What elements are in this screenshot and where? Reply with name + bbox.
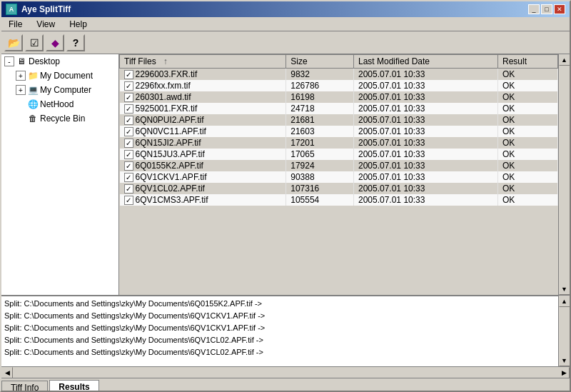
- log-scrollbar[interactable]: ▲ ▼: [558, 296, 570, 366]
- cell-size-5: 21603: [286, 126, 354, 137]
- cell-filename-11: 6QV1CMS3.APF.tif: [136, 195, 208, 205]
- split-btn[interactable]: ◆: [46, 34, 64, 51]
- cell-name-11: ✓ 6QV1CMS3.APF.tif: [120, 194, 286, 206]
- log-panel: Split: C:\Documents and Settings\zky\My …: [1, 296, 558, 367]
- row-checkbox-1[interactable]: ✓: [124, 81, 133, 91]
- table-row: ✓ 6QV1CKV1.APF.tif 90388 2005.07.01 10:3…: [120, 171, 558, 183]
- tree-label-nethood: NetHood: [40, 99, 74, 109]
- cell-modified-8: 2005.07.01 10:33: [353, 160, 497, 171]
- col-header-modified[interactable]: Last Modified Date: [353, 55, 497, 69]
- cell-filename-8: 6Q0155K2.APF.tif: [136, 161, 203, 171]
- cell-filename-7: 6QN15JU3.APF.tif: [136, 149, 205, 159]
- row-checkbox-2[interactable]: ✓: [124, 93, 133, 102]
- cell-result-10: OK: [497, 183, 557, 194]
- row-checkbox-4[interactable]: ✓: [124, 116, 133, 125]
- cell-size-6: 17201: [286, 137, 354, 149]
- cell-result-7: OK: [497, 149, 557, 160]
- tree-item-desktop[interactable]: - 🖥 Desktop: [1, 54, 118, 69]
- tab-tiff-info[interactable]: Tiff Info: [1, 381, 48, 392]
- recycle-bin-icon: 🗑: [27, 113, 39, 124]
- expand-my-computer[interactable]: +: [16, 85, 26, 95]
- title-bar-left: A Aye SplitTiff: [6, 4, 71, 15]
- main-window: A Aye SplitTiff _ □ ✕ File View Help 📂 ☑…: [0, 0, 571, 392]
- cell-name-4: ✓ 6QN0PUI2.APF.tif: [120, 114, 286, 126]
- cell-filename-6: 6QN15JI2.APF.tif: [136, 138, 201, 148]
- log-line-3: Split: C:\Documents and Settings\zky\My …: [4, 334, 555, 346]
- close-button[interactable]: ✕: [554, 4, 565, 14]
- log-scroll-up[interactable]: ▲: [559, 296, 570, 307]
- cell-result-8: OK: [497, 160, 557, 171]
- log-hscroll-left[interactable]: ◀: [1, 367, 13, 378]
- file-table: Tiff Files ↑ Size Last Modified Date Res…: [119, 54, 558, 206]
- cell-name-9: ✓ 6QV1CKV1.APF.tif: [120, 171, 286, 183]
- log-line-1: Split: C:\Documents and Settings\zky\My …: [4, 310, 555, 322]
- row-checkbox-10[interactable]: ✓: [124, 184, 133, 194]
- cell-modified-9: 2005.07.01 10:33: [353, 171, 497, 183]
- cell-result-6: OK: [497, 137, 557, 149]
- col-header-name[interactable]: Tiff Files ↑: [120, 55, 286, 69]
- cell-modified-4: 2005.07.01 10:33: [353, 114, 497, 126]
- open-folder-btn[interactable]: 📂: [4, 34, 23, 51]
- row-checkbox-9[interactable]: ✓: [124, 173, 133, 182]
- minimize-button[interactable]: _: [528, 4, 540, 14]
- row-checkbox-5[interactable]: ✓: [124, 127, 133, 136]
- bottom-panel: Split: C:\Documents and Settings\zky\My …: [1, 295, 570, 392]
- menu-help[interactable]: Help: [65, 19, 91, 30]
- menu-view[interactable]: View: [32, 19, 59, 30]
- table-scrollbar[interactable]: ▲ ▼: [558, 54, 570, 295]
- right-panel: Tiff Files ↑ Size Last Modified Date Res…: [119, 54, 570, 295]
- log-hscroll-right[interactable]: ▶: [558, 367, 570, 378]
- row-checkbox-3[interactable]: ✓: [124, 104, 133, 114]
- cell-size-7: 17065: [286, 149, 354, 160]
- log-line-0: Split: C:\Documents and Settings\zky\My …: [4, 298, 555, 310]
- tab-results[interactable]: Results: [49, 380, 98, 392]
- expand-my-document[interactable]: +: [16, 71, 26, 81]
- cell-result-3: OK: [497, 103, 557, 114]
- log-scroll-down[interactable]: ▼: [559, 355, 570, 366]
- cell-modified-5: 2005.07.01 10:33: [353, 126, 497, 137]
- cell-filename-10: 6QV1CL02.APF.tif: [136, 184, 205, 194]
- menu-file[interactable]: File: [4, 19, 26, 30]
- tree-item-my-document[interactable]: + 📁 My Document: [13, 69, 118, 83]
- help-btn[interactable]: ?: [66, 34, 85, 51]
- row-checkbox-7[interactable]: ✓: [124, 150, 133, 159]
- scroll-up-btn[interactable]: ▲: [559, 54, 570, 66]
- log-line-2: Split: C:\Documents and Settings\zky\My …: [4, 322, 555, 334]
- tree-item-nethood[interactable]: 🌐 NetHood: [13, 97, 118, 111]
- table-row: ✓ 6QN15JI2.APF.tif 17201 2005.07.01 10:3…: [120, 137, 558, 149]
- cell-modified-6: 2005.07.01 10:33: [353, 137, 497, 149]
- tree-label-recycle-bin: Recycle Bin: [40, 114, 85, 124]
- title-bar: A Aye SplitTiff _ □ ✕: [1, 1, 570, 17]
- cell-filename-9: 6QV1CKV1.APF.tif: [136, 172, 207, 182]
- scroll-down-btn[interactable]: ▼: [559, 283, 570, 295]
- cell-name-0: ✓ 2296003.FXR.tif: [120, 69, 286, 81]
- cell-name-8: ✓ 6Q0155K2.APF.tif: [120, 160, 286, 171]
- table-row: ✓ 260301.awd.tif 16198 2005.07.01 10:33 …: [120, 91, 558, 103]
- tree-item-recycle-bin[interactable]: 🗑 Recycle Bin: [13, 111, 118, 126]
- tree-item-my-computer[interactable]: + 💻 My Computer: [13, 83, 118, 97]
- maximize-button[interactable]: □: [541, 4, 552, 14]
- cell-modified-2: 2005.07.01 10:33: [353, 91, 497, 103]
- desktop-icon: 🖥: [16, 56, 27, 67]
- check-btn[interactable]: ☑: [25, 34, 44, 51]
- cell-filename-5: 6QN0VC11.APF.tif: [136, 126, 206, 136]
- file-table-scroll[interactable]: Tiff Files ↑ Size Last Modified Date Res…: [119, 54, 558, 295]
- cell-name-2: ✓ 260301.awd.tif: [120, 91, 286, 103]
- table-row: ✓ 2296fxx.fxm.tif 126786 2005.07.01 10:3…: [120, 80, 558, 91]
- table-row: ✓ 5925001.FXR.tif 24718 2005.07.01 10:33…: [120, 103, 558, 114]
- cell-filename-4: 6QN0PUI2.APF.tif: [136, 115, 204, 125]
- cell-name-10: ✓ 6QV1CL02.APF.tif: [120, 183, 286, 194]
- tree-label-desktop: Desktop: [29, 56, 60, 66]
- col-header-result[interactable]: Result: [497, 55, 557, 69]
- toolbar: 📂 ☑ ◆ ?: [1, 31, 570, 54]
- expand-desktop[interactable]: -: [4, 56, 14, 66]
- table-area: Tiff Files ↑ Size Last Modified Date Res…: [119, 54, 570, 295]
- row-checkbox-0[interactable]: ✓: [124, 70, 133, 79]
- content-area: - 🖥 Desktop + 📁 My Document + 💻 My Compu…: [1, 54, 570, 295]
- log-area: Split: C:\Documents and Settings\zky\My …: [1, 295, 570, 366]
- col-header-size[interactable]: Size: [286, 55, 354, 69]
- cell-name-6: ✓ 6QN15JI2.APF.tif: [120, 137, 286, 149]
- row-checkbox-6[interactable]: ✓: [124, 139, 133, 148]
- row-checkbox-8[interactable]: ✓: [124, 161, 133, 171]
- row-checkbox-11[interactable]: ✓: [124, 196, 133, 205]
